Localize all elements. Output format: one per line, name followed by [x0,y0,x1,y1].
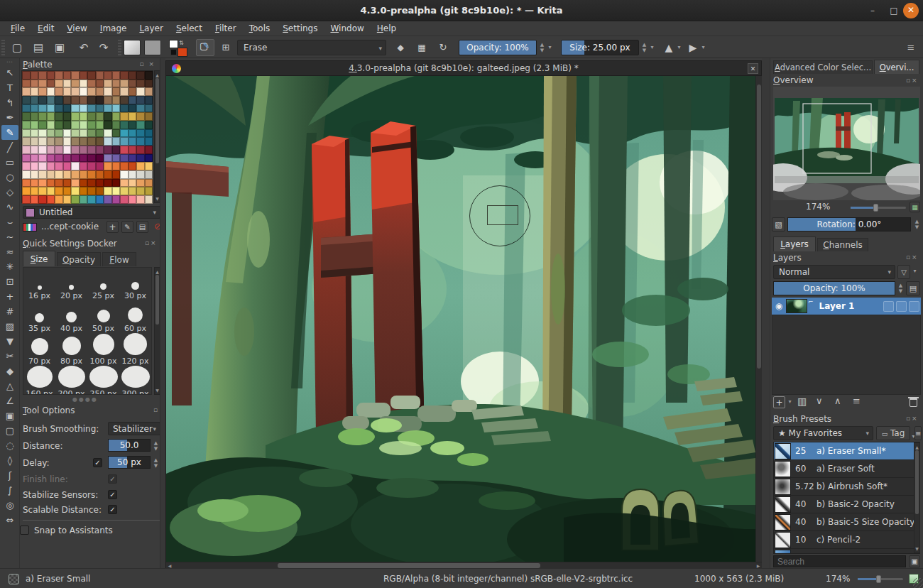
palette-swatch[interactable] [96,129,104,138]
palette-swatch[interactable] [120,179,129,187]
brush-size-option[interactable]: 20 px [55,268,87,300]
palette-swatch[interactable] [87,121,96,129]
tool-transform-icon[interactable]: ⊡ [1,274,18,289]
palette-swatch[interactable] [63,71,72,80]
palette-swatch[interactable] [129,170,137,179]
palette-swatch[interactable] [120,80,129,88]
layer-opacity-slider[interactable]: Opacity: 100% [773,281,895,295]
palette-swatch[interactable] [31,112,39,121]
menu-select[interactable]: Select [170,21,209,36]
palette-swatch[interactable] [80,71,88,80]
palette-swatch[interactable] [63,137,72,146]
palette-swatch[interactable] [87,154,96,163]
palette-swatch[interactable] [31,104,39,113]
palette-swatch[interactable] [63,187,72,195]
palette-swatch[interactable] [38,104,47,113]
palette-swatch[interactable] [87,187,96,195]
palette-swatch[interactable] [104,129,112,138]
tool-assistants-icon[interactable]: △ [1,379,18,393]
palette-swatch[interactable] [104,80,112,88]
palette-swatch[interactable] [104,112,112,121]
palette-swatch[interactable] [31,87,39,96]
statusbar-colorspace[interactable]: RGB/Alpha (8-bit integer/channel) sRGB-e… [383,574,633,584]
palette-swatch[interactable] [145,104,153,113]
palette-swatch[interactable] [136,121,145,129]
palette-swatch[interactable] [38,170,47,179]
palette-swatch[interactable] [120,129,129,138]
palette-swatch[interactable] [55,87,63,96]
swap-colors-icon[interactable]: ⇅ [179,40,186,46]
palette-swatch[interactable] [87,80,96,88]
tool-bezier-select-icon[interactable]: ∫ [1,483,18,498]
tool-smart-patch-icon[interactable]: ✂ [1,349,18,364]
palette-swatch[interactable] [63,170,72,179]
palette-swatch[interactable] [63,112,72,121]
mirror-horizontal-dropdown[interactable]: ▾ [676,40,682,55]
overview-thumbnail[interactable] [773,87,920,200]
palette-swatch[interactable] [38,162,47,170]
palette-swatch[interactable] [136,80,145,88]
palette-swatch[interactable] [112,129,121,138]
palette-swatch[interactable] [63,80,72,88]
brush-size-option[interactable]: 300 px [119,366,151,395]
palette-swatch[interactable] [47,80,55,88]
palette-swatch[interactable] [145,187,153,195]
mirror-horizontal-icon[interactable]: ▲ [662,39,676,56]
palette-swatch[interactable] [136,179,145,187]
brush-size-option[interactable]: 60 px [119,300,151,333]
palette-swatch[interactable] [71,170,80,179]
palette-swatch[interactable] [96,104,104,113]
filter-layers-icon[interactable]: ▽ [897,265,910,279]
menu-help[interactable]: Help [371,21,403,36]
palette-swatch[interactable] [55,137,63,146]
palette-swatch[interactable] [31,179,39,187]
add-layer-dropdown[interactable]: ▾ [787,394,793,410]
move-layer-down-icon[interactable]: ∨ [816,396,823,406]
duplicate-layer-icon[interactable]: ▥ [797,396,807,407]
brush-size-option[interactable]: 80 px [55,333,87,366]
palette-swatch[interactable] [96,154,104,163]
palette-swatch[interactable] [104,187,112,195]
open-document-icon[interactable]: ▤ [30,39,47,56]
palette-swatch[interactable] [55,96,63,104]
canvas-mirror-icon[interactable]: ▧ [772,217,785,232]
overview-zoom-slider[interactable] [851,207,906,209]
palette-swatch[interactable] [38,129,47,138]
palette-swatch[interactable] [55,154,63,163]
foreground-background-colors[interactable]: ⇅ [169,40,190,57]
palette-swatch[interactable] [145,170,153,179]
toolbox-drag-handle[interactable]: ••• [0,58,19,65]
subwindow-titlebar[interactable]: 4.3.0-prealpha (git 8c9b10e): galteed.jp… [166,61,761,76]
brush-preset-row[interactable]: 25d) Marker [774,549,919,554]
tool-ellipse-icon[interactable]: ○ [1,170,18,185]
brush-size-option[interactable]: 250 px [87,366,119,395]
palette-swatch[interactable] [38,137,47,146]
palette-swatch[interactable] [63,179,72,187]
brush-preset-row[interactable]: 40b) Basic-2 Opacity [774,496,919,513]
palette-swatch[interactable] [112,80,121,88]
eraser-mode-icon[interactable]: ◆ [392,39,409,56]
canvas-viewport[interactable] [166,76,755,562]
palette-swatch[interactable] [112,146,121,154]
palette-swatch[interactable] [71,104,80,113]
layer-thumbnail[interactable] [786,299,807,313]
palette-swatch[interactable] [80,96,88,104]
palette-swatch[interactable] [136,96,145,104]
brush-size-option[interactable]: 40 px [55,300,87,333]
brush-size-option[interactable]: 50 px [87,300,119,333]
palette-swatch[interactable] [22,187,31,195]
palette-swatch[interactable] [104,104,112,113]
palette-swatch[interactable] [22,96,31,104]
palette-swatch[interactable] [55,170,63,179]
palette-swatch[interactable] [145,195,153,204]
palette-swatch[interactable] [120,87,129,96]
delay-spinbox[interactable]: 50 px [108,456,151,469]
palette-swatch[interactable] [38,87,47,96]
size-spinner[interactable]: ▲▼ [640,40,649,55]
palette-swatch[interactable] [136,104,145,113]
palette-swatch[interactable] [63,129,72,138]
layer-inherit-alpha-icon[interactable] [909,301,919,312]
palette-swatch[interactable] [22,112,31,121]
palette-swatch[interactable] [80,87,88,96]
palette-swatch[interactable] [55,146,63,154]
